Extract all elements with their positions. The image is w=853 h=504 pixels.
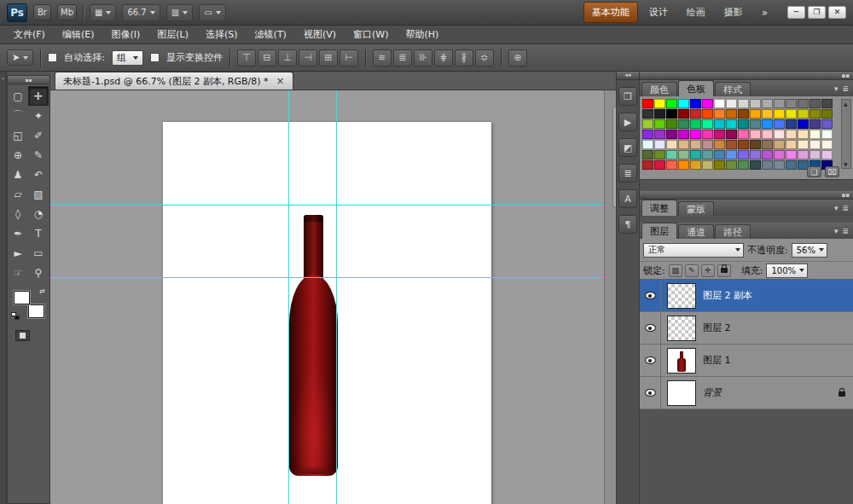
workspace-overflow-button[interactable]: » [757,7,773,19]
color-swatch[interactable] [714,99,725,108]
color-swatch[interactable] [821,119,833,129]
close-button[interactable]: ✕ [828,6,846,19]
color-swatch[interactable] [666,140,677,149]
color-swatch[interactable] [750,109,761,119]
launch-bridge-button[interactable]: Br [33,4,51,20]
healing-brush-tool[interactable]: ⊕ [8,145,28,165]
color-swatch[interactable] [774,150,785,159]
color-swatch[interactable] [750,160,761,170]
layer-thumbnail[interactable] [667,283,696,309]
color-swatch[interactable] [654,109,665,119]
color-swatch[interactable] [821,109,833,119]
color-swatch[interactable] [798,140,809,149]
color-swatch[interactable] [654,119,665,129]
color-swatch[interactable] [762,130,773,139]
color-swatch[interactable] [762,99,773,108]
tool-preset-picker[interactable]: ➤ [7,49,33,66]
color-swatch[interactable] [690,160,701,170]
menu-item-1[interactable]: 文件(F) [5,26,54,43]
color-swatch[interactable] [642,109,653,119]
color-swatch[interactable] [798,119,809,129]
color-swatch[interactable] [738,160,749,170]
color-swatch[interactable] [678,130,689,139]
menu-item-2[interactable]: 编辑(E) [54,26,103,43]
zoom-tool[interactable]: ⚲ [28,263,49,282]
lock-position-icon[interactable]: ✛ [701,264,715,277]
styles-panel-icon[interactable]: ◩ [618,138,637,157]
menu-item-3[interactable]: 图像(I) [102,26,148,43]
eraser-tool[interactable]: ▱ [8,184,28,204]
opacity-dropdown[interactable]: 56% [792,243,827,258]
tab-颜色[interactable]: 颜色 [641,82,677,96]
color-swatch[interactable] [702,130,713,139]
color-swatch[interactable] [774,140,785,149]
color-swatch[interactable] [821,150,833,159]
panel-menu-button[interactable]: ▾ ≣ [834,227,853,239]
color-swatch[interactable] [714,150,725,159]
view-extras-button[interactable]: ▭ [199,4,225,21]
color-swatch[interactable] [666,160,677,170]
color-swatch[interactable] [738,150,749,159]
tab-样式[interactable]: 样式 [715,82,751,96]
default-colors-icon[interactable] [11,312,20,320]
layer-visibility-toggle[interactable] [640,345,661,376]
color-swatch[interactable] [809,119,821,129]
screen-mode-button[interactable]: ▥ [166,4,193,21]
color-swatch[interactable] [809,99,821,108]
color-swatch[interactable] [786,160,797,170]
color-swatch[interactable] [666,130,677,139]
color-swatch[interactable] [690,150,701,159]
tab-调整[interactable]: 调整 [641,200,677,216]
color-swatch[interactable] [654,150,665,159]
color-swatch[interactable] [762,109,773,119]
hand-tool[interactable]: ☞ [8,263,28,282]
color-swatch[interactable] [762,140,773,149]
show-transform-controls-checkbox[interactable] [150,53,160,62]
actions-panel-icon[interactable]: ▶ [618,113,637,131]
panel-menu-button[interactable]: ▾ ≣ [834,84,853,96]
color-swatch[interactable] [642,130,653,139]
lock-pixels-icon[interactable]: ✎ [685,264,699,277]
pen-tool[interactable]: ✒ [8,223,28,243]
workspace-button[interactable]: 绘画 [679,3,713,22]
color-swatch[interactable] [750,140,761,149]
layer-row-1[interactable]: 图层 2 副本 [640,280,853,312]
panel-drag-bar[interactable]: ▪▪ [640,191,853,200]
layer-thumbnail[interactable] [667,316,696,341]
color-swatch[interactable] [750,119,761,129]
tab-图层[interactable]: 图层 [641,223,677,239]
zoom-level-dropdown[interactable]: 66.7 [122,4,160,21]
fill-dropdown[interactable]: 100% [766,264,808,278]
workspace-button[interactable]: 基本功能 [583,2,638,23]
color-swatch[interactable] [678,160,689,170]
lock-all-icon[interactable] [717,264,731,277]
color-swatch[interactable] [738,99,749,108]
color-swatch[interactable] [726,140,737,149]
workspace-button[interactable]: 设计 [641,3,676,22]
color-swatch[interactable] [798,150,809,159]
menu-item-5[interactable]: 选择(S) [197,26,247,43]
color-swatch[interactable] [726,119,737,129]
canvas-area[interactable] [50,90,616,504]
menu-item-9[interactable]: 帮助(H) [397,26,447,43]
scroll-down-icon[interactable]: ▼ [844,161,848,167]
color-swatch[interactable] [726,130,737,139]
color-swatch[interactable] [702,109,713,119]
crop-tool[interactable]: ◱ [8,125,28,145]
color-swatch[interactable] [678,150,689,159]
color-swatch[interactable] [666,150,677,159]
align-bottom-edges-icon[interactable]: ⊥ [278,49,297,67]
color-swatch[interactable] [702,140,713,149]
color-swatch[interactable] [762,150,773,159]
tab-蒙版[interactable]: 蒙版 [678,201,714,216]
background-color-chip[interactable] [28,304,44,318]
color-swatch[interactable] [690,140,701,149]
panel-drag-bar[interactable]: ▪▪ [640,72,853,80]
color-swatch[interactable] [821,140,833,149]
color-swatch[interactable] [726,150,737,159]
paragraph-panel-icon[interactable]: ¶ [618,215,637,234]
color-swatch[interactable] [678,119,689,129]
panel-menu-button[interactable]: ▾ ≣ [834,204,853,216]
color-swatch[interactable] [678,109,689,119]
tab-色板[interactable]: 色板 [678,80,714,96]
